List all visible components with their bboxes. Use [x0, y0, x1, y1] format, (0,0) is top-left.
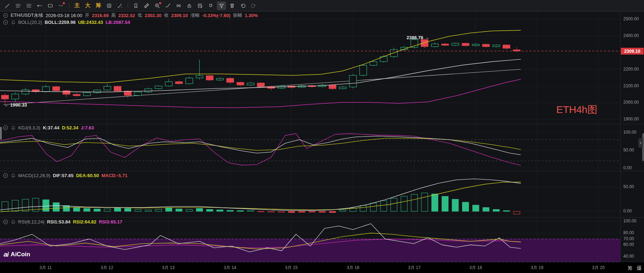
aicoin-logo-mark: ai: [4, 251, 9, 258]
svg-text:50.00: 50.00: [623, 184, 634, 189]
low-price-marker: ← 1990.33: [4, 102, 27, 108]
last-price-tag[interactable]: 2309.10: [621, 48, 644, 55]
high-value: 2332.52: [118, 13, 135, 18]
alert-bell-icon[interactable]: [11, 173, 16, 178]
svg-text:2000.00: 2000.00: [623, 100, 639, 105]
svg-text:3月 13: 3月 13: [162, 265, 175, 270]
amplitude-value: 1.30%: [245, 13, 258, 18]
svg-text:3月 19: 3月 19: [531, 265, 543, 270]
close-label: 收: [164, 12, 169, 19]
macd-dif-value: DIF:57.65: [53, 173, 73, 178]
liquidation-button[interactable]: 爆: [637, 265, 642, 272]
high-label: 高: [111, 12, 116, 19]
rsi-legend-row: RSI(6,12,24) RSI1:53.84 RSI2:64.82 RSI3:…: [3, 219, 122, 225]
kdj-legend-row: KDJ(9,3,3) K:37.44 D:52.34 J:7.63: [3, 125, 94, 130]
boll-ub-value: UB:2432.43: [78, 20, 103, 25]
svg-text:0.00: 0.00: [623, 165, 632, 170]
kdj-j-value: J:7.63: [81, 125, 94, 130]
aicoin-logo-word: AiCoin: [11, 251, 30, 258]
rsi2-value: RSI2:64.82: [73, 219, 96, 225]
kdj-k-value: K:37.44: [43, 125, 59, 130]
chart-watermark: ETH4h图: [556, 103, 597, 117]
amplitude-label: 振幅: [233, 12, 242, 19]
svg-text:50.00: 50.00: [623, 148, 634, 153]
chevron-circle-icon[interactable]: [3, 219, 8, 225]
svg-text:3月 15: 3月 15: [285, 265, 298, 270]
svg-text:100.00: 100.00: [623, 130, 637, 135]
macd-legend-row: MACD(12,26,9) DIF:57.65 DEA:60.50 MACD:-…: [3, 173, 127, 178]
alert-bell-icon[interactable]: [11, 20, 16, 25]
right-panel-expand-handle[interactable]: ‹: [638, 138, 643, 148]
svg-text:40.00: 40.00: [623, 254, 634, 259]
svg-text:3月 16: 3月 16: [347, 265, 359, 270]
symbol-info-row: ETH/USDT永续 2026-03-18 16:00 开 2316.69 高 …: [3, 12, 258, 19]
macd-dea-value: DEA:60.50: [76, 173, 99, 178]
change-value: -0.33%(-7.60): [202, 13, 230, 18]
low-value: 2302.30: [145, 13, 162, 18]
svg-text:3月 14: 3月 14: [224, 265, 236, 270]
svg-text:3月 12: 3月 12: [101, 265, 113, 270]
rsi3-value: RSI3:65.17: [99, 219, 122, 225]
kdj-name[interactable]: KDJ(9,3,3): [18, 125, 40, 130]
svg-text:3月 11: 3月 11: [40, 265, 52, 270]
svg-text:3月 18: 3月 18: [469, 265, 482, 270]
alert-bell-icon[interactable]: [11, 125, 16, 130]
chart-canvas[interactable]: 2500.002400.002200.002100.002000.001900.…: [0, 0, 644, 273]
chevron-circle-icon[interactable]: [3, 13, 8, 18]
svg-text:2500.00: 2500.00: [623, 16, 639, 21]
trading-app-window: 主 大 筹 2500.002400.002200.002100.002000.0…: [0, 0, 644, 273]
chips-distribution-button[interactable]: 筹: [628, 265, 633, 272]
symbol-name[interactable]: ETH/USDT永续: [11, 12, 43, 19]
svg-text:2100.00: 2100.00: [623, 83, 639, 88]
chevron-circle-icon[interactable]: [3, 20, 8, 25]
svg-text:3月 20: 3月 20: [592, 265, 605, 270]
bar-datetime: 2026-03-18 16:00: [46, 13, 82, 18]
svg-text:60.00: 60.00: [623, 242, 634, 247]
low-label: 低: [138, 12, 142, 19]
boll-legend-row: BOLL(20,2) BOLL:2259.98 UB:2432.43 LB:20…: [3, 20, 130, 25]
rsi-name[interactable]: RSI(6,12,24): [18, 219, 45, 225]
svg-text:1900.00: 1900.00: [623, 117, 639, 122]
high-price-marker: 2386.76 →: [407, 35, 429, 40]
change-label: 涨幅: [190, 12, 200, 19]
macd-name[interactable]: MACD(12,26,9): [18, 173, 50, 178]
svg-text:0.00: 0.00: [623, 208, 632, 213]
svg-text:70.00: 70.00: [623, 236, 634, 241]
rsi1-value: RSI1:53.84: [47, 219, 71, 225]
open-value: 2316.69: [92, 13, 109, 18]
svg-text:3月 17: 3月 17: [408, 265, 421, 270]
svg-text:100.00: 100.00: [623, 218, 637, 223]
boll-lb-value: LB:2087.54: [106, 20, 130, 25]
svg-text:2200.00: 2200.00: [623, 67, 639, 72]
open-label: 开: [85, 12, 90, 19]
chevron-circle-icon[interactable]: [3, 125, 8, 130]
boll-mid-value: BOLL:2259.98: [45, 20, 76, 25]
chevron-circle-icon[interactable]: [3, 173, 8, 178]
kdj-d-value: D:52.34: [62, 125, 78, 130]
bottom-right-tools: 筹 爆: [628, 265, 642, 272]
left-scroll-handle[interactable]: [0, 127, 2, 140]
svg-text:80.00: 80.00: [623, 230, 634, 235]
alert-bell-icon[interactable]: [11, 220, 16, 225]
macd-hist-value: MACD:-5.71: [101, 173, 127, 178]
close-value: 2309.10: [171, 13, 188, 18]
boll-name[interactable]: BOLL(20,2): [18, 20, 42, 25]
aicoin-logo: ai AiCoin: [4, 251, 30, 258]
svg-text:2400.00: 2400.00: [623, 33, 639, 38]
